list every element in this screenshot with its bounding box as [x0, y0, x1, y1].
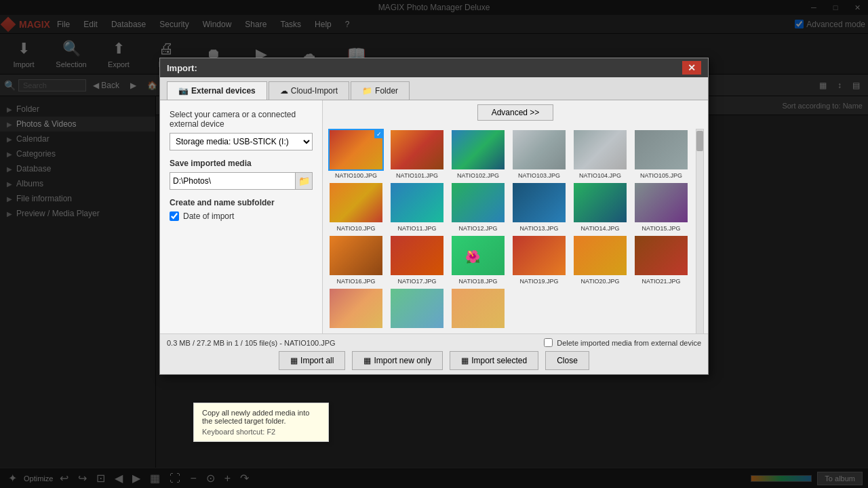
close-dialog-label: Close	[557, 356, 578, 365]
date-checkbox-input[interactable]	[170, 211, 179, 221]
tooltip: Copy all newly added media into the sele…	[193, 403, 329, 442]
list-item[interactable]: NATIO101.JPG	[388, 129, 446, 179]
list-item[interactable]: NATIO20.JPG	[571, 235, 629, 285]
photo-label: NATIO21.JPG	[642, 278, 681, 285]
list-item[interactable]: NATIO16.JPG	[327, 235, 385, 285]
photo-image	[391, 183, 445, 224]
list-item[interactable]: ✓ NATIO100.JPG	[327, 129, 385, 179]
list-item[interactable]: NATIO17.JPG	[388, 235, 446, 285]
photo-label: NATIO16.JPG	[337, 278, 376, 285]
list-item[interactable]: NATIO13.JPG	[510, 182, 568, 232]
photo-image: ✓	[330, 130, 384, 171]
photo-label: NATIO102.JPG	[457, 172, 499, 179]
date-of-import-checkbox[interactable]: Date of import	[170, 211, 313, 221]
dialog-status-area: 0.3 MB / 27.2 MB in 1 / 105 file(s) - NA…	[167, 338, 701, 347]
photo-image-box	[450, 129, 506, 171]
photo-image-selected: ✓	[328, 129, 384, 171]
photo-label: NATIO20.JPG	[581, 278, 620, 285]
photo-label: NATIO10.JPG	[337, 225, 376, 232]
photo-label: NATIO103.JPG	[518, 172, 560, 179]
photo-label: NATIO19.JPG	[520, 278, 559, 285]
dialog-close-button[interactable]: ✕	[682, 61, 701, 75]
list-item[interactable]: 🌺 NATIO18.JPG	[449, 235, 507, 285]
tab-cloud-import[interactable]: ☁ Cloud-Import	[269, 81, 349, 100]
photo-image-box	[450, 182, 506, 224]
photo-label: NATIO11.JPG	[398, 225, 437, 232]
list-item[interactable]: NATIO102.JPG	[449, 129, 507, 179]
import-new-only-button[interactable]: ▦ Import new only	[352, 351, 443, 370]
photo-image	[452, 130, 506, 171]
photo-label: NATIO17.JPG	[398, 278, 437, 285]
import-new-icon: ▦	[363, 356, 371, 365]
list-item[interactable]: NATIO10.JPG	[327, 182, 385, 232]
dialog-title-text: Import:	[167, 63, 197, 73]
delete-label: Delete imported media from external devi…	[557, 339, 701, 347]
dialog-right-panel: Advanced >> ✓ NATIO100.JPG	[323, 100, 708, 333]
advanced-button-area: Advanced >>	[323, 100, 708, 125]
photo-label: NATIO13.JPG	[520, 225, 559, 232]
list-item[interactable]	[388, 287, 446, 329]
photo-label: NATIO101.JPG	[396, 172, 438, 179]
photo-image	[391, 289, 445, 329]
import-all-button[interactable]: ▦ Import all	[279, 351, 345, 370]
list-item[interactable]: NATIO14.JPG	[571, 182, 629, 232]
date-checkbox-label: Date of import	[183, 211, 234, 221]
photo-image-box	[389, 182, 445, 224]
photo-image-box	[389, 129, 445, 171]
external-device-icon: 📷	[178, 86, 189, 96]
photo-image-box	[328, 235, 384, 277]
subfolder-title: Create and name subfolder	[170, 198, 313, 207]
import-all-label: Import all	[300, 356, 334, 365]
scrollbar-thumb[interactable]	[696, 131, 703, 151]
photo-label: NATIO104.JPG	[579, 172, 621, 179]
photo-label: NATIO12.JPG	[459, 225, 498, 232]
list-item[interactable]: NATIO12.JPG	[449, 182, 507, 232]
status-text: 0.3 MB / 27.2 MB in 1 / 105 file(s) - NA…	[167, 339, 336, 347]
photo-image	[452, 183, 506, 224]
import-selected-button[interactable]: ▦ Import selected	[450, 351, 538, 370]
tab-external-devices[interactable]: 📷 External devices	[167, 81, 267, 100]
dialog-tabs: 📷 External devices ☁ Cloud-Import 📁 Fold…	[160, 77, 708, 100]
tab-folder-label: Folder	[375, 86, 398, 96]
photo-image	[513, 236, 567, 277]
import-selected-label: Import selected	[471, 356, 527, 365]
scrollbar-track[interactable]	[696, 129, 704, 333]
photo-image-box	[572, 235, 628, 277]
list-item[interactable]	[327, 287, 385, 329]
photo-label: NATIO18.JPG	[459, 278, 498, 285]
list-item[interactable]	[449, 287, 507, 329]
dialog-footer: 0.3 MB / 27.2 MB in 1 / 105 file(s) - NA…	[160, 333, 708, 374]
browse-folder-button[interactable]: 📁	[295, 172, 313, 190]
photo-image-box	[572, 129, 628, 171]
advanced-button[interactable]: Advanced >>	[477, 104, 554, 121]
photo-image	[330, 289, 384, 329]
import-selected-icon: ▦	[461, 356, 469, 365]
folder-tab-icon: 📁	[362, 86, 372, 96]
dialog-left-panel: Select your camera or a connected extern…	[160, 100, 323, 333]
list-item[interactable]: NATIO105.JPG	[632, 129, 690, 179]
list-item[interactable]: NATIO103.JPG	[510, 129, 568, 179]
delete-checkbox[interactable]	[544, 338, 553, 347]
tab-cloud-label: Cloud-Import	[291, 86, 338, 96]
list-item[interactable]: NATIO15.JPG	[632, 182, 690, 232]
list-item[interactable]: NATIO11.JPG	[388, 182, 446, 232]
photo-image-box	[633, 129, 689, 171]
photo-image-box	[633, 182, 689, 224]
photo-image	[391, 236, 445, 277]
photo-label: NATIO15.JPG	[642, 225, 681, 232]
list-item[interactable]: NATIO21.JPG	[632, 235, 690, 285]
storage-media-select[interactable]: Storage media: USB-STICK (I:)	[170, 133, 313, 150]
tooltip-text: Copy all newly added media into the sele…	[202, 409, 320, 425]
save-media-title: Save imported media	[170, 159, 313, 168]
dialog-body: Select your camera or a connected extern…	[160, 100, 708, 333]
tab-folder[interactable]: 📁 Folder	[351, 81, 410, 100]
save-path-input[interactable]	[170, 172, 313, 190]
dialog-action-buttons: ▦ Import all ▦ Import new only ▦ Import …	[167, 351, 701, 370]
photo-image-box	[389, 235, 445, 277]
photo-image	[330, 183, 384, 224]
photo-label: NATIO105.JPG	[640, 172, 682, 179]
list-item[interactable]: NATIO19.JPG	[510, 235, 568, 285]
close-dialog-button[interactable]: Close	[545, 351, 589, 370]
photo-image-box: 🌺	[450, 235, 506, 277]
list-item[interactable]: NATIO104.JPG	[571, 129, 629, 179]
